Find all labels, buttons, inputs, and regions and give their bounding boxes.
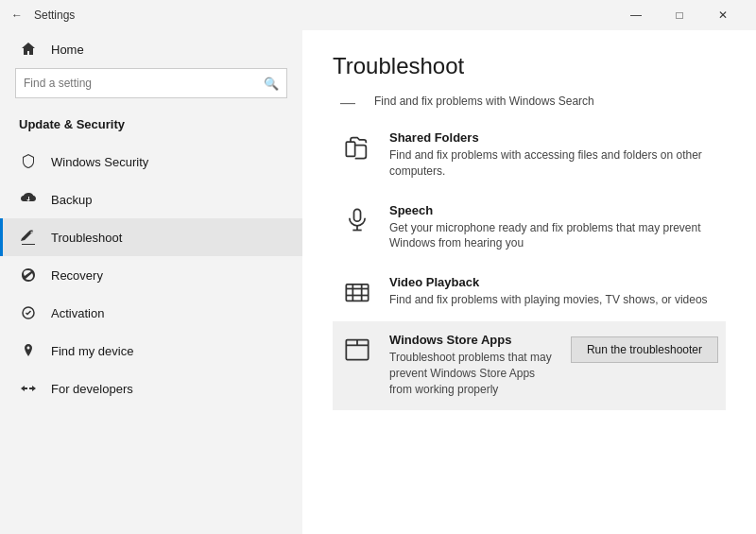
shared-folders-icon — [340, 130, 374, 164]
close-button[interactable]: ✕ — [701, 0, 745, 30]
window-title: Settings — [34, 9, 614, 22]
shared-folders-name: Shared Folders — [389, 130, 718, 145]
find-device-icon — [19, 341, 38, 360]
speech-name: Speech — [389, 203, 718, 217]
developer-icon — [19, 379, 38, 398]
windows-store-apps-name: Windows Store Apps — [389, 333, 556, 347]
sidebar-item-home[interactable]: Home — [0, 30, 302, 68]
speech-icon — [340, 203, 374, 237]
sidebar-section-title: Update & Security — [0, 110, 302, 143]
svg-rect-1 — [346, 142, 354, 156]
activation-icon — [19, 303, 38, 322]
windows-store-apps-icon — [340, 333, 374, 367]
sidebar-item-recovery[interactable]: Recovery — [0, 256, 302, 294]
partial-item-text: Find and fix problems with Windows Searc… — [374, 95, 594, 108]
back-button[interactable]: ← — [11, 9, 23, 22]
svg-rect-2 — [354, 209, 361, 221]
troubleshoot-list: — Find and fix problems with Windows Sea… — [333, 95, 726, 410]
sidebar-item-find-device[interactable]: Find my device — [0, 332, 302, 370]
shared-folders-info: Shared Folders Find and fix problems wit… — [389, 130, 718, 180]
sidebar-item-for-developers-label: For developers — [51, 382, 133, 396]
recovery-icon — [19, 266, 38, 284]
titlebar: ← Settings — □ ✕ — [0, 0, 756, 30]
bullet-icon: — — [340, 95, 355, 112]
wrench-icon — [19, 228, 38, 247]
windows-store-apps-desc: Troubleshoot problems that may prevent W… — [389, 350, 556, 397]
video-playback-icon — [340, 275, 374, 309]
sidebar-item-backup-label: Backup — [51, 193, 92, 207]
search-input[interactable] — [24, 77, 264, 90]
sidebar-item-backup[interactable]: Backup — [0, 181, 302, 218]
search-box[interactable]: 🔍 — [15, 68, 287, 98]
sidebar-item-activation-label: Activation — [51, 306, 104, 320]
run-troubleshooter-button[interactable]: Run the troubleshooter — [571, 336, 718, 363]
backup-icon — [19, 190, 38, 209]
main-container: Home 🔍 Update & Security Windows Securit… — [0, 30, 756, 534]
sidebar-item-for-developers[interactable]: For developers — [0, 370, 302, 407]
windows-store-apps-info: Windows Store Apps Troubleshoot problems… — [389, 333, 556, 397]
home-icon — [19, 40, 38, 59]
sidebar-item-activation[interactable]: Activation — [0, 294, 302, 332]
video-playback-desc: Find and fix problems with playing movie… — [389, 292, 718, 308]
video-playback-name: Video Playback — [389, 275, 718, 289]
speech-desc: Get your microphone ready and fix proble… — [389, 220, 718, 252]
svg-rect-5 — [346, 284, 368, 301]
sidebar-item-recovery-label: Recovery — [51, 268, 103, 283]
search-icon: 🔍 — [264, 77, 279, 91]
sidebar-item-find-device-label: Find my device — [51, 344, 133, 358]
windows-store-apps-item: Windows Store Apps Troubleshoot problems… — [333, 321, 726, 409]
content-area: Troubleshoot — Find and fix problems wit… — [302, 30, 756, 534]
speech-item: Speech Get your microphone ready and fix… — [333, 192, 726, 265]
speech-info: Speech Get your microphone ready and fix… — [389, 203, 718, 252]
video-playback-item: Video Playback Find and fix problems wit… — [333, 264, 726, 321]
sidebar-item-home-label: Home — [51, 43, 84, 57]
sidebar-item-windows-security[interactable]: Windows Security — [0, 143, 302, 181]
window-controls: — □ ✕ — [614, 0, 745, 30]
partial-windows-search-item: — Find and fix problems with Windows Sea… — [333, 95, 726, 119]
maximize-button[interactable]: □ — [658, 0, 701, 30]
page-title: Troubleshoot — [333, 53, 726, 79]
shared-folders-desc: Find and fix problems with accessing fil… — [389, 147, 718, 180]
video-playback-info: Video Playback Find and fix problems wit… — [389, 275, 718, 308]
sidebar: Home 🔍 Update & Security Windows Securit… — [0, 30, 302, 534]
sidebar-item-troubleshoot-label: Troubleshoot — [51, 231, 122, 245]
sidebar-item-troubleshoot[interactable]: Troubleshoot — [0, 218, 302, 256]
minimize-button[interactable]: — — [614, 0, 658, 30]
shared-folders-item: Shared Folders Find and fix problems wit… — [333, 119, 726, 192]
run-troubleshooter-action: Run the troubleshooter — [571, 333, 718, 363]
shield-icon — [19, 152, 38, 171]
sidebar-item-windows-security-label: Windows Security — [51, 155, 148, 169]
